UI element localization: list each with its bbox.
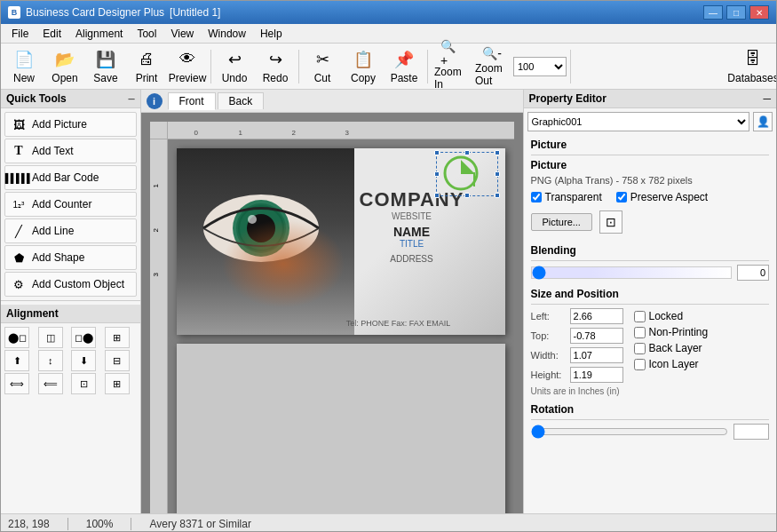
align-right-button[interactable]: ◻⬤ <box>71 327 96 348</box>
tab-back[interactable]: Back <box>218 92 265 109</box>
preserve-aspect-check[interactable]: Preserve Aspect <box>616 191 708 203</box>
cut-label: Cut <box>314 72 331 84</box>
align-page-button[interactable]: ⊞ <box>105 327 130 348</box>
align-distribute-button[interactable]: ⊟ <box>105 350 130 371</box>
rotation-slider[interactable] <box>531 425 728 439</box>
add-bar-code-button[interactable]: ▌▌▌▌▌ Add Bar Code <box>4 165 137 190</box>
align-dist-v-button[interactable]: ⟸ <box>38 373 63 394</box>
corner-button[interactable]: ⊡ <box>599 210 622 234</box>
canvas-with-ruler: 0 1 2 3 1 2 3 <box>150 122 514 513</box>
picture-btn-row: Picture... ⊡ <box>531 207 769 237</box>
menu-tool[interactable]: Tool <box>130 26 163 42</box>
picture-button[interactable]: Picture... <box>531 213 592 231</box>
blend-slider-row: 0 <box>531 265 769 281</box>
locked-check[interactable]: Locked <box>634 310 709 322</box>
preview-button[interactable]: 👁 Preview <box>168 46 207 87</box>
tab-bar: i Front Back <box>141 90 523 113</box>
cut-button[interactable]: ✂ Cut <box>303 46 342 87</box>
align-bottom-button[interactable]: ⬇ <box>71 350 96 371</box>
add-counter-button[interactable]: 1₂³ Add Counter <box>4 192 137 217</box>
menu-view[interactable]: View <box>163 26 201 42</box>
alignment-title: Alignment <box>6 307 59 320</box>
new-button[interactable]: 📄 New <box>4 46 44 87</box>
ruler-tick-0: 0 <box>194 129 198 137</box>
menu-alignment[interactable]: Alignment <box>68 26 130 42</box>
icon-layer-check[interactable]: Icon Layer <box>634 358 709 370</box>
object-select[interactable]: Graphic001 <box>527 112 749 131</box>
zoom-out-button[interactable]: 🔍- Zoom Out <box>472 46 511 87</box>
top-input[interactable] <box>570 328 623 344</box>
ruler-tick-1: 1 <box>239 129 242 137</box>
ruler-tick-2: 2 <box>292 129 296 137</box>
rotation-value-input[interactable] <box>733 424 769 440</box>
zoom-select[interactable]: 100 50 75 125 150 200 <box>513 57 567 76</box>
ruler-corner <box>150 122 168 139</box>
maximize-button[interactable]: □ <box>726 5 746 20</box>
align-group-button[interactable]: ⊞ <box>105 373 130 394</box>
user-settings-button[interactable]: 👤 <box>753 112 773 131</box>
back-layer-check[interactable]: Back Layer <box>634 342 709 354</box>
title-bar: B Business Card Designer Plus [Untitled … <box>1 1 776 24</box>
copy-label: Copy <box>351 72 376 84</box>
icon-layer-checkbox[interactable] <box>634 359 646 370</box>
section-divider-1 <box>531 155 769 155</box>
minimize-button[interactable]: — <box>703 5 723 20</box>
preserve-aspect-checkbox[interactable] <box>616 192 627 202</box>
menu-window[interactable]: Window <box>201 26 253 42</box>
align-left-button[interactable]: ⬤◻ <box>4 327 29 348</box>
height-input[interactable] <box>570 367 623 383</box>
canvas-area[interactable]: 0 1 2 3 1 2 3 <box>141 113 523 513</box>
back-layer-checkbox[interactable] <box>634 343 646 354</box>
property-editor-collapse[interactable]: ─ <box>763 92 771 105</box>
save-button[interactable]: 💾 Save <box>86 46 125 87</box>
paste-icon: 📌 <box>393 49 415 70</box>
align-center-h-button[interactable]: ◫ <box>38 327 63 348</box>
card-person-title: TITLE <box>328 239 496 249</box>
align-middle-v-button[interactable]: ↕ <box>38 350 63 371</box>
add-custom-object-button[interactable]: ⚙ Add Custom Object <box>4 272 137 297</box>
card-area: COMPANY WEBSITE NAME TITLE ADDRESS Tel: … <box>168 139 514 513</box>
add-line-label: Add Line <box>32 225 74 237</box>
menu-file[interactable]: File <box>4 26 36 42</box>
zoom-in-button[interactable]: 🔍+ Zoom In <box>432 46 471 87</box>
add-shape-button[interactable]: ⬟ Add Shape <box>4 245 137 270</box>
copy-button[interactable]: 📋 Copy <box>344 46 383 87</box>
non-printing-checkbox[interactable] <box>634 327 646 338</box>
title-bar-left: B Business Card Designer Plus [Untitled … <box>8 6 220 19</box>
quick-tools-collapse[interactable]: ─ <box>128 94 134 104</box>
company-name: COMPANY <box>328 188 496 211</box>
center-area: i Front Back 0 1 2 3 <box>141 90 523 513</box>
non-printing-check[interactable]: Non-Printing <box>634 326 709 338</box>
add-line-button[interactable]: ╱ Add Line <box>4 218 137 243</box>
property-editor-title: Property Editor <box>529 92 607 105</box>
card-color-blob <box>221 219 345 308</box>
picture-section-title: Picture <box>531 139 769 151</box>
transparent-label: Transparent <box>545 191 602 203</box>
left-input[interactable] <box>570 308 623 324</box>
paste-button[interactable]: 📌 Paste <box>385 46 424 87</box>
locked-label: Locked <box>649 310 684 322</box>
width-input[interactable] <box>570 347 623 363</box>
align-dist-h-button[interactable]: ⟺ <box>4 373 29 394</box>
redo-button[interactable]: ↪ Redo <box>256 46 295 87</box>
add-picture-button[interactable]: 🖼 Add Picture <box>4 112 137 137</box>
databases-button[interactable]: 🗄 Databases <box>733 46 773 87</box>
blend-slider[interactable] <box>531 266 732 279</box>
toolbar-separator-4 <box>570 50 571 83</box>
menu-edit[interactable]: Edit <box>36 26 68 42</box>
print-button[interactable]: 🖨 Print <box>127 46 166 87</box>
business-card-front[interactable]: COMPANY WEBSITE NAME TITLE ADDRESS Tel: … <box>177 148 505 335</box>
close-button[interactable]: ✕ <box>749 5 769 20</box>
transparent-checkbox[interactable] <box>531 192 542 202</box>
transparent-check[interactable]: Transparent <box>531 191 602 203</box>
locked-checkbox[interactable] <box>634 311 646 322</box>
open-button[interactable]: 📂 Open <box>45 46 84 87</box>
menu-help[interactable]: Help <box>253 26 289 42</box>
tab-front[interactable]: Front <box>168 92 216 110</box>
blend-value-input[interactable]: 0 <box>737 265 769 281</box>
undo-button[interactable]: ↩ Undo <box>215 46 254 87</box>
align-top-button[interactable]: ⬆ <box>4 350 29 371</box>
business-card-back[interactable] <box>177 344 505 513</box>
add-text-button[interactable]: T Add Text <box>4 139 137 163</box>
align-same-size-button[interactable]: ⊡ <box>71 373 96 394</box>
